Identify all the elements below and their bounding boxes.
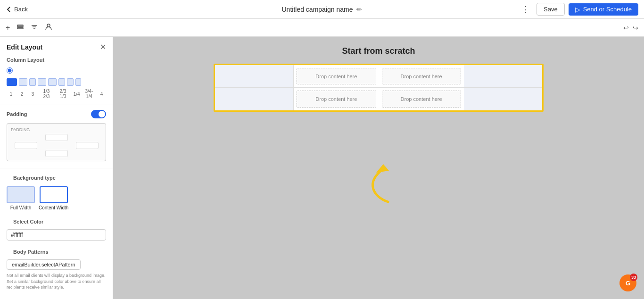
arrow-svg bbox=[360, 159, 416, 207]
background-type-label: Background type bbox=[7, 173, 106, 183]
drop-label-1: Drop content here bbox=[315, 74, 357, 79]
bg-type-options: Full Width Content Width bbox=[7, 186, 106, 210]
content-width-btn[interactable]: Content Width bbox=[39, 186, 68, 210]
layers-icon[interactable] bbox=[17, 23, 24, 33]
padding-grid: 10px 50px 50px 10px bbox=[11, 134, 102, 157]
canvas-title: Start from scratch bbox=[342, 46, 415, 56]
padding-top-input[interactable]: 10px bbox=[45, 134, 68, 141]
email-col-left-2 bbox=[215, 88, 294, 110]
filter-icon[interactable] bbox=[31, 23, 38, 33]
layout-3col[interactable] bbox=[29, 78, 36, 86]
user-icon[interactable] bbox=[45, 23, 52, 33]
select-color-section: Select Color #ffffff bbox=[0, 215, 113, 245]
layout-2col-b[interactable] bbox=[38, 78, 46, 86]
svg-rect-2 bbox=[17, 28, 23, 29]
layout-2col-c[interactable] bbox=[48, 78, 57, 86]
email-row: Drop content here Drop content here bbox=[215, 65, 542, 88]
top-bar-right: ⋮ Save ▷ Send or Schedule bbox=[519, 3, 638, 16]
svg-point-6 bbox=[47, 24, 50, 27]
back-button[interactable]: Back bbox=[6, 6, 28, 13]
pattern-note: Not all email clients will display a bac… bbox=[7, 273, 106, 291]
drop-label-2: Drop content here bbox=[401, 74, 442, 79]
color-value: #ffffff bbox=[11, 232, 23, 238]
svg-rect-1 bbox=[17, 26, 23, 27]
top-bar-left: Back bbox=[6, 6, 28, 13]
svg-rect-0 bbox=[17, 25, 23, 26]
second-bar-right: ↩ ↪ bbox=[623, 24, 638, 32]
notification-count: 33 bbox=[630, 274, 637, 281]
padding-box-wrap: PADDING 10px 50px 50px 10px bbox=[0, 121, 113, 166]
undo-button[interactable]: ↩ bbox=[623, 24, 629, 32]
full-width-btn[interactable]: Full Width bbox=[7, 186, 35, 210]
drop-zone-3[interactable]: Drop content here bbox=[297, 91, 376, 108]
edit-icon[interactable]: ✏ bbox=[356, 6, 362, 13]
drop-label-3: Drop content here bbox=[315, 96, 357, 102]
padding-toggle[interactable] bbox=[91, 110, 106, 118]
full-width-preview bbox=[7, 186, 35, 203]
column-layout-options bbox=[0, 66, 113, 78]
email-col-right-2 bbox=[464, 88, 542, 110]
padding-box-label: PADDING bbox=[11, 127, 102, 132]
padding-label: Padding bbox=[7, 111, 27, 117]
campaign-title: Untitled campaign name bbox=[282, 6, 353, 13]
layout-3col-c[interactable] bbox=[67, 78, 74, 86]
background-type-section: Background type Full Width Content Width bbox=[0, 170, 113, 215]
send-icon: ▷ bbox=[575, 6, 580, 13]
padding-box: PADDING 10px 50px 50px 10px bbox=[7, 123, 106, 161]
select-pattern-button[interactable]: emailBuilder.selectAPattern bbox=[7, 259, 81, 270]
send-label: Send or Schedule bbox=[583, 6, 632, 13]
back-label: Back bbox=[14, 6, 28, 13]
drop-zone-2[interactable]: Drop content here bbox=[382, 68, 461, 84]
layout-nums: 1 2 3 1/32/3 2/31/3 1/4 3/4-1/4 4 bbox=[0, 88, 113, 103]
notification-icon: G bbox=[626, 280, 630, 287]
second-toolbar: + ↩ ↪ bbox=[0, 19, 644, 37]
layout-icons-row bbox=[0, 78, 113, 88]
layout-4col[interactable] bbox=[75, 78, 81, 86]
arrow-container bbox=[360, 159, 416, 208]
save-button[interactable]: Save bbox=[537, 3, 565, 16]
top-bar-center: Untitled campaign name ✏ bbox=[282, 6, 363, 13]
email-row-2: Drop content here Drop content here bbox=[215, 88, 542, 110]
radio-row bbox=[7, 67, 106, 74]
drop-zone-1[interactable]: Drop content here bbox=[297, 68, 376, 84]
close-panel-button[interactable]: ✕ bbox=[100, 42, 106, 51]
panel-title: Edit Layout bbox=[7, 43, 42, 51]
email-col-left bbox=[215, 65, 294, 87]
column-radio[interactable] bbox=[7, 67, 13, 74]
email-col-right-1 bbox=[464, 65, 542, 87]
canvas-area: Start from scratch Drop content here Dro… bbox=[113, 37, 644, 299]
column-layout-label: Column Layout bbox=[0, 55, 113, 66]
layout-2col[interactable] bbox=[19, 78, 27, 86]
content-width-preview bbox=[40, 186, 68, 203]
body-patterns-section: Body Patterns emailBuilder.selectAPatter… bbox=[0, 245, 113, 295]
add-icon[interactable]: + bbox=[6, 24, 10, 32]
left-panel: Edit Layout ✕ Column Layout 1 2 3 1/32/3… bbox=[0, 37, 113, 299]
more-button[interactable]: ⋮ bbox=[519, 3, 533, 16]
layout-1col[interactable] bbox=[7, 78, 17, 86]
padding-left-input[interactable]: 50px bbox=[15, 142, 37, 149]
padding-row: Padding bbox=[0, 107, 113, 121]
email-block: Drop content here Drop content here Drop… bbox=[214, 64, 544, 112]
full-width-label: Full Width bbox=[10, 205, 31, 210]
main-layout: Edit Layout ✕ Column Layout 1 2 3 1/32/3… bbox=[0, 37, 644, 299]
top-bar: Back Untitled campaign name ✏ ⋮ Save ▷ S… bbox=[0, 0, 644, 19]
notification-badge[interactable]: G 33 bbox=[619, 274, 636, 291]
padding-bottom-input[interactable]: 10px bbox=[45, 150, 68, 157]
color-input-row[interactable]: #ffffff bbox=[7, 229, 106, 241]
send-schedule-button[interactable]: ▷ Send or Schedule bbox=[569, 3, 638, 16]
padding-right-input[interactable]: 50px bbox=[76, 142, 99, 149]
panel-header: Edit Layout ✕ bbox=[0, 37, 113, 55]
drop-label-4: Drop content here bbox=[401, 96, 442, 102]
content-width-label: Content Width bbox=[39, 205, 68, 210]
second-bar-left: + bbox=[6, 23, 52, 33]
svg-marker-7 bbox=[376, 164, 389, 173]
redo-button[interactable]: ↪ bbox=[633, 24, 638, 32]
drop-zone-4[interactable]: Drop content here bbox=[382, 91, 461, 108]
body-patterns-label: Body Patterns bbox=[7, 247, 106, 257]
select-color-label: Select Color bbox=[7, 217, 106, 227]
layout-3col-b[interactable] bbox=[58, 78, 65, 86]
